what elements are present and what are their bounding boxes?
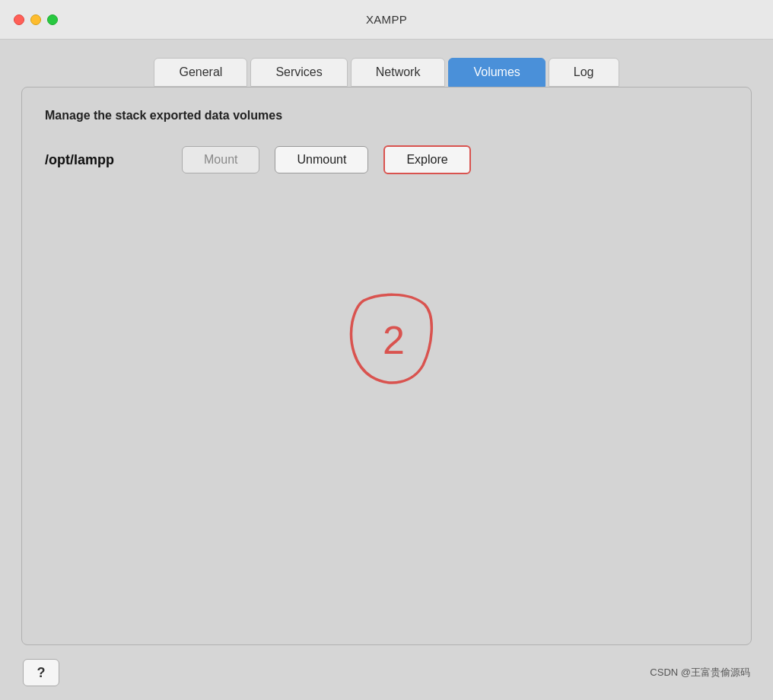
window-title: XAMPP: [366, 13, 407, 26]
minimize-button[interactable]: [30, 14, 41, 25]
watermark: CSDN @王富贵偷源码: [650, 666, 750, 679]
tab-volumes[interactable]: Volumes: [448, 58, 545, 87]
close-button[interactable]: [14, 14, 24, 25]
tab-general[interactable]: General: [154, 58, 247, 87]
window-controls: [14, 14, 58, 25]
tab-log[interactable]: Log: [549, 58, 619, 87]
content-panel: Manage the stack exported data volumes /…: [21, 87, 752, 645]
main-area: General Services Network Volumes Log Man…: [21, 58, 752, 645]
maximize-button[interactable]: [47, 14, 58, 25]
mount-button[interactable]: Mount: [182, 146, 259, 173]
panel-description: Manage the stack exported data volumes: [45, 109, 728, 123]
tab-network[interactable]: Network: [351, 58, 446, 87]
title-bar: XAMPP: [0, 0, 773, 40]
tab-bar: General Services Network Volumes Log: [21, 58, 752, 87]
bottom-bar: ? CSDN @王富贵偷源码: [0, 645, 773, 700]
volume-path: /opt/lampp: [45, 152, 167, 168]
help-button[interactable]: ?: [23, 659, 59, 686]
volume-row: /opt/lampp Mount Unmount Explore: [45, 145, 728, 174]
tab-services[interactable]: Services: [250, 58, 347, 87]
svg-text:2: 2: [383, 318, 405, 362]
explore-button[interactable]: Explore: [383, 145, 470, 174]
unmount-button[interactable]: Unmount: [275, 146, 368, 173]
annotation-drawing: 2: [341, 285, 440, 395]
